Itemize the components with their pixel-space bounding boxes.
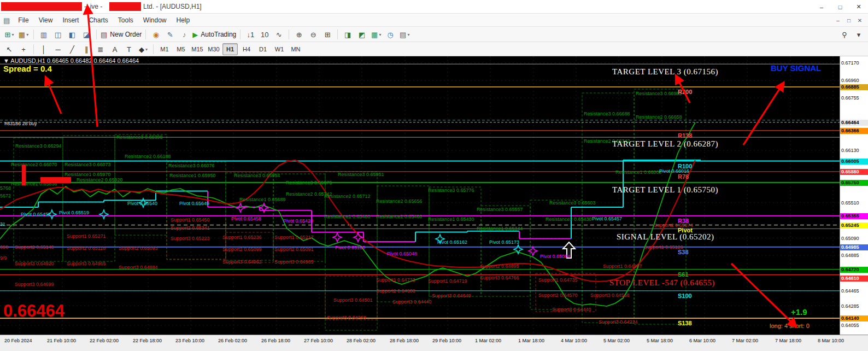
time-tick: 26 Feb 18:00 bbox=[261, 338, 290, 343]
r200-line-label: R200 bbox=[678, 89, 692, 95]
crosshair-tool[interactable]: + bbox=[17, 43, 30, 56]
profiles-button[interactable]: ▦▾ bbox=[17, 28, 30, 41]
trendline-tool[interactable]: ╱ bbox=[66, 43, 79, 56]
maximize-button[interactable]: □ bbox=[831, 0, 849, 14]
cursor-tool[interactable]: ↖ bbox=[3, 43, 16, 56]
navigator-button[interactable]: ◧ bbox=[66, 28, 79, 41]
tester-button[interactable]: ◨ bbox=[341, 28, 354, 41]
time-axis[interactable]: 20 Feb 202421 Feb 10:0022 Feb 02:0022 Fe… bbox=[0, 335, 868, 347]
templates-icon: ∿ bbox=[276, 31, 282, 39]
trendline-icon: ╱ bbox=[70, 45, 74, 54]
window-title-left: -Live - bbox=[84, 3, 102, 10]
dropdown-arrow-icon[interactable]: ▾ bbox=[11, 32, 14, 37]
child-minimize-button[interactable]: – bbox=[833, 15, 843, 25]
new-chart-button[interactable]: ⊞▾ bbox=[3, 28, 16, 41]
zoom-in-button[interactable]: ⊕ bbox=[292, 28, 306, 41]
fibonacci-tool[interactable]: ≣ bbox=[94, 43, 107, 56]
timeframe-h4[interactable]: H4 bbox=[239, 43, 254, 55]
data-window-button[interactable]: ◫ bbox=[51, 28, 64, 41]
timeframe-d1[interactable]: D1 bbox=[255, 43, 271, 55]
dropdown-arrow-icon[interactable]: ▾ bbox=[145, 47, 148, 52]
timeframe-w1[interactable]: W1 bbox=[272, 43, 287, 55]
price-tick: 0.66130 bbox=[840, 148, 868, 154]
market-watch-button[interactable]: ▥ bbox=[37, 28, 50, 41]
dropdown-arrow-icon[interactable]: ▾ bbox=[26, 32, 28, 37]
timeframe-h1[interactable]: H1 bbox=[222, 43, 238, 55]
dropdown-arrow-icon[interactable]: ▾ bbox=[407, 32, 409, 37]
zoom-out-button[interactable]: ⊖ bbox=[307, 28, 320, 41]
level-annotation: STOP LEVEL -547 (0.64655) bbox=[609, 278, 715, 288]
chart-type-button[interactable]: ▤▾ bbox=[398, 28, 411, 41]
title-bar: -Live - Ltd. - [AUDUSD,H1] –□✕ bbox=[0, 0, 868, 14]
timeframe-m5[interactable]: M5 bbox=[173, 43, 189, 55]
close-button[interactable]: ✕ bbox=[849, 0, 868, 14]
child-restore-button[interactable]: □ bbox=[844, 15, 854, 25]
time-tick: 21 Feb 10:00 bbox=[47, 338, 76, 343]
charts-grid-button[interactable]: ▦▾ bbox=[370, 28, 383, 41]
price-tick: 0.64985 bbox=[840, 244, 868, 250]
child-close-button[interactable]: ✕ bbox=[855, 15, 865, 25]
menu-tools[interactable]: Tools bbox=[113, 16, 138, 25]
chart-color-button[interactable]: ◉ bbox=[149, 28, 162, 41]
sr-label: Support1 0.65236 bbox=[222, 235, 262, 240]
metaeditor-icon: ✎ bbox=[167, 31, 173, 39]
shapes-button[interactable]: ◆▾ bbox=[137, 43, 150, 56]
price-tick: 0.66366 bbox=[840, 128, 868, 134]
dropdown-arrow-icon[interactable]: ▾ bbox=[379, 32, 381, 37]
menu-window[interactable]: Window bbox=[138, 16, 172, 25]
chart-plot[interactable]: ▼ AUDUSD,H1 0.66465 0.66482 0.66464 0.66… bbox=[0, 56, 840, 335]
minimize-button[interactable]: – bbox=[812, 0, 831, 14]
channel-tool[interactable]: ∥ bbox=[80, 43, 93, 56]
timeframe-m30[interactable]: M30 bbox=[206, 43, 221, 55]
sr-label: Resistance2 0.66188 bbox=[125, 154, 171, 159]
sr-label: Resistance1 0.65344 bbox=[477, 226, 523, 231]
sr-label: Resistance2 0.65920 bbox=[77, 177, 123, 183]
terminal-button[interactable]: ◪ bbox=[80, 28, 93, 41]
timeframe-m15[interactable]: M15 bbox=[190, 43, 205, 55]
menu-file[interactable]: File bbox=[13, 16, 33, 25]
clock-button[interactable]: ◷ bbox=[384, 28, 397, 41]
periods-icon: 10 bbox=[261, 31, 268, 39]
alerts-button[interactable]: ♪ bbox=[178, 28, 191, 41]
tester-visual-button[interactable]: ◩ bbox=[355, 28, 368, 41]
menu-help[interactable]: Help bbox=[172, 16, 195, 25]
metaeditor-button[interactable]: ✎ bbox=[163, 28, 177, 41]
sr-label: Resistance3 0.66688 bbox=[584, 111, 630, 116]
sr-label: Support1 0.65450 bbox=[171, 217, 210, 223]
chart-color-icon: ◉ bbox=[153, 31, 159, 39]
price-tick: 0.64720 bbox=[840, 267, 868, 273]
sr-label: Pivot 0.65160 bbox=[335, 245, 365, 250]
price-tick: 0.64285 bbox=[840, 303, 868, 309]
sr-label: Resistance1 0.65836 bbox=[11, 181, 57, 186]
s61-line-label: S61 bbox=[678, 271, 689, 278]
sr-label: Support1 0.64907 bbox=[603, 264, 642, 269]
data-window-icon: ◫ bbox=[55, 31, 61, 39]
periods-button[interactable]: 10 bbox=[258, 28, 271, 41]
tile-windows-button[interactable]: ⊞ bbox=[321, 28, 334, 41]
timeframe-m1[interactable]: M1 bbox=[157, 43, 172, 55]
signal-diamond-icon bbox=[99, 210, 108, 219]
horizontal-line-tool[interactable]: ─ bbox=[51, 43, 64, 56]
menu-charts[interactable]: Charts bbox=[84, 16, 113, 25]
new-order-button[interactable]: ▤New Order bbox=[100, 28, 142, 41]
sr-label: Support1 0.64719 bbox=[428, 278, 467, 284]
sr-label: Resistance1 0.65970 bbox=[64, 172, 111, 177]
alerts-icon: ♪ bbox=[183, 31, 186, 39]
menu-view[interactable]: View bbox=[34, 16, 58, 25]
text-tool[interactable]: A bbox=[108, 43, 121, 56]
sr-label: Resistance3 0.65557 bbox=[477, 207, 523, 212]
timeframe-mn[interactable]: MN bbox=[288, 43, 303, 55]
vertical-line-tool[interactable]: │ bbox=[37, 43, 50, 56]
templates-button[interactable]: ∿ bbox=[272, 28, 285, 41]
collapse-icon[interactable]: ▼ bbox=[3, 57, 9, 64]
menu-items: FileViewInsertChartsToolsWindowHelp bbox=[13, 16, 195, 25]
toolbar-more-button[interactable]: ▾ bbox=[852, 28, 865, 41]
label-tool[interactable]: T bbox=[122, 43, 136, 56]
r138-line-label: R138 bbox=[678, 132, 692, 139]
autotrading-button[interactable]: ▶AutoTrading bbox=[192, 28, 237, 41]
toolbar-search-button[interactable]: ⚲ bbox=[838, 28, 851, 41]
price-scale[interactable]: 0.671700.669600.668850.667550.664640.663… bbox=[840, 56, 868, 335]
indicators-button[interactable]: ↓1 bbox=[244, 28, 257, 41]
sr-label: Support2 0.65118 bbox=[67, 245, 105, 251]
menu-insert[interactable]: Insert bbox=[57, 16, 84, 25]
